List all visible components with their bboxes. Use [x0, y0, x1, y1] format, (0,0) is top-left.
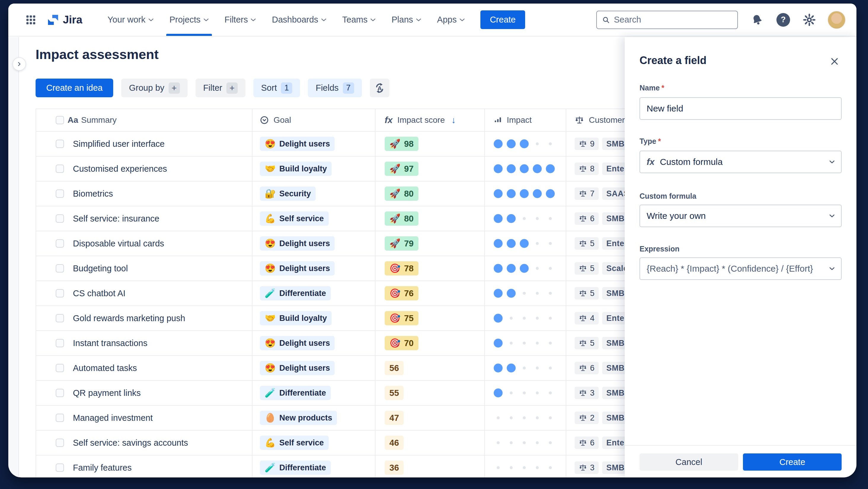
impact-score-cell[interactable]: 56 — [375, 356, 485, 381]
global-search[interactable] — [596, 11, 738, 29]
row-checkbox[interactable] — [56, 289, 64, 297]
impact-score-cell[interactable]: 🚀 98 — [375, 132, 485, 156]
row-checkbox[interactable] — [56, 140, 64, 148]
impact-rating-cell[interactable] — [485, 231, 566, 256]
nav-item-teams[interactable]: Teams — [334, 4, 383, 36]
summary-cell[interactable]: QR payment links — [36, 381, 252, 406]
impact-score-cell[interactable]: 🚀 97 — [375, 156, 485, 181]
goal-cell[interactable]: 🧪 Differentiate — [252, 381, 375, 406]
customer-cell[interactable]: 6 SMB — [566, 356, 625, 381]
create-field-button[interactable]: Create — [743, 453, 842, 470]
app-switcher-icon[interactable] — [25, 14, 37, 26]
summary-cell[interactable]: Self service: insurance — [36, 206, 252, 231]
row-checkbox[interactable] — [56, 389, 64, 397]
customer-cell[interactable]: 3 SMB — [566, 381, 625, 406]
column-header-summary[interactable]: Aa Summary — [36, 109, 252, 132]
goal-cell[interactable]: 😍 Delight users — [252, 331, 375, 356]
goal-cell[interactable]: 😍 Delight users — [252, 231, 375, 256]
create-idea-button[interactable]: Create an idea — [36, 79, 113, 97]
impact-rating-cell[interactable] — [485, 456, 566, 478]
impact-rating-cell[interactable] — [485, 306, 566, 331]
table-row[interactable]: Disposable virtual cards 😍 Delight users… — [36, 231, 625, 256]
goal-cell[interactable]: 🧪 Differentiate — [252, 456, 375, 478]
impact-rating-cell[interactable] — [485, 406, 566, 431]
column-header-customer[interactable]: Customer — [566, 109, 625, 132]
nav-item-filters[interactable]: Filters — [217, 4, 264, 36]
nav-item-plans[interactable]: Plans — [383, 4, 429, 36]
settings-gear-icon[interactable] — [803, 13, 815, 26]
jira-logo[interactable]: Jira — [47, 13, 82, 26]
impact-score-cell[interactable]: 🎯 75 — [375, 306, 485, 331]
goal-cell[interactable]: 💪 Self service — [252, 206, 375, 231]
impact-rating-cell[interactable] — [485, 431, 566, 456]
nav-item-projects[interactable]: Projects — [161, 4, 217, 36]
search-input[interactable] — [614, 15, 732, 25]
table-row[interactable]: Family features 🧪 Differentiate 36 — [36, 456, 625, 478]
help-icon[interactable]: ? — [776, 13, 790, 27]
custom-formula-select[interactable]: Write your own — [640, 205, 842, 227]
goal-cell[interactable]: 🤝 Build loyalty — [252, 156, 375, 181]
row-checkbox[interactable] — [56, 314, 64, 322]
impact-rating-cell[interactable] — [485, 132, 566, 156]
table-row[interactable]: Customised experiences 🤝 Build loyalty 🚀… — [36, 156, 625, 181]
table-row[interactable]: Self service: savings accounts 💪 Self se… — [36, 431, 625, 456]
impact-score-cell[interactable]: 🚀 80 — [375, 206, 485, 231]
name-field-input[interactable] — [640, 97, 842, 120]
customer-cell[interactable]: 8 Enterprise — [566, 156, 625, 181]
close-icon[interactable] — [829, 55, 840, 67]
summary-cell[interactable]: Customised experiences — [36, 156, 252, 181]
row-checkbox[interactable] — [56, 190, 64, 198]
impact-score-cell[interactable]: 47 — [375, 406, 485, 431]
table-row[interactable]: QR payment links 🧪 Differentiate 55 — [36, 381, 625, 406]
table-row[interactable]: Automated tasks 😍 Delight users 56 — [36, 356, 625, 381]
summary-cell[interactable]: Family features — [36, 456, 252, 478]
summary-cell[interactable]: Disposable virtual cards — [36, 231, 252, 256]
row-checkbox[interactable] — [56, 264, 64, 272]
nav-item-dashboards[interactable]: Dashboards — [264, 4, 334, 36]
summary-cell[interactable]: Instant transactions — [36, 331, 252, 356]
customer-cell[interactable]: 5 SMB — [566, 281, 625, 306]
impact-score-cell[interactable]: 55 — [375, 381, 485, 406]
table-row[interactable]: Simplified user interface 😍 Delight user… — [36, 132, 625, 156]
row-checkbox[interactable] — [56, 414, 64, 422]
row-checkbox[interactable] — [56, 439, 64, 447]
summary-cell[interactable]: Budgeting tool — [36, 256, 252, 281]
table-row[interactable]: Gold rewards marketing push 🤝 Build loya… — [36, 306, 625, 331]
goal-cell[interactable]: 😍 Delight users — [252, 256, 375, 281]
goal-cell[interactable]: 🧪 Differentiate — [252, 281, 375, 306]
summary-cell[interactable]: Simplified user interface — [36, 132, 252, 156]
auto-sort-rank-button[interactable]: A — [370, 79, 390, 97]
impact-score-cell[interactable]: 🎯 78 — [375, 256, 485, 281]
user-avatar[interactable] — [828, 11, 846, 29]
goal-cell[interactable]: 🥚 New products — [252, 406, 375, 431]
row-checkbox[interactable] — [56, 339, 64, 347]
table-row[interactable]: Biometrics 🔐 Security 🚀 80 — [36, 181, 625, 206]
table-row[interactable]: Budgeting tool 😍 Delight users 🎯 78 — [36, 256, 625, 281]
nav-item-your-work[interactable]: Your work — [100, 4, 161, 36]
impact-rating-cell[interactable] — [485, 156, 566, 181]
goal-cell[interactable]: 😍 Delight users — [252, 132, 375, 156]
summary-cell[interactable]: CS chatbot AI — [36, 281, 252, 306]
row-checkbox[interactable] — [56, 239, 64, 248]
summary-cell[interactable]: Gold rewards marketing push — [36, 306, 252, 331]
row-checkbox[interactable] — [56, 165, 64, 173]
impact-score-cell[interactable]: 🚀 79 — [375, 231, 485, 256]
row-checkbox[interactable] — [56, 364, 64, 372]
impact-score-cell[interactable]: 36 — [375, 456, 485, 478]
expand-sidebar-button[interactable] — [12, 57, 26, 71]
notifications-bell-icon[interactable] — [751, 13, 764, 26]
impact-rating-cell[interactable] — [485, 256, 566, 281]
expression-select[interactable]: {Reach} * {Impact} * (Confidence} / {Eff… — [640, 257, 842, 280]
row-checkbox[interactable] — [56, 463, 64, 472]
customer-cell[interactable]: 6 Enterprise — [566, 431, 625, 456]
impact-score-cell[interactable]: 🎯 70 — [375, 331, 485, 356]
table-row[interactable]: Self service: insurance 💪 Self service 🚀… — [36, 206, 625, 231]
filter-button[interactable]: Filter + — [195, 79, 245, 97]
table-row[interactable]: CS chatbot AI 🧪 Differentiate 🎯 76 — [36, 281, 625, 306]
column-header-impact[interactable]: Impact — [485, 109, 566, 132]
impact-score-cell[interactable]: 🚀 80 — [375, 181, 485, 206]
impact-score-cell[interactable]: 46 — [375, 431, 485, 456]
impact-rating-cell[interactable] — [485, 206, 566, 231]
customer-cell[interactable]: 6 SMB — [566, 206, 625, 231]
fields-button[interactable]: Fields 7 — [308, 79, 362, 97]
